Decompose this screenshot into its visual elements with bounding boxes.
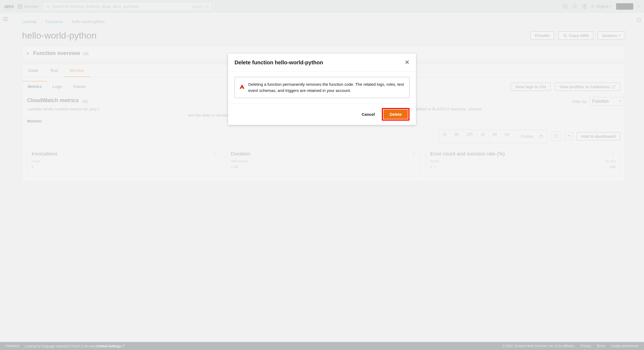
modal-footer: Cancel Delete (228, 104, 416, 125)
modal-backdrop: Delete function hello-world-python ✕ Del… (0, 0, 644, 350)
delete-button[interactable]: Delete (383, 110, 408, 119)
warning-alert: Deleting a function permanently removes … (235, 77, 409, 98)
delete-modal: Delete function hello-world-python ✕ Del… (228, 54, 416, 125)
warning-text: Deleting a function permanently removes … (248, 81, 404, 94)
modal-header: Delete function hello-world-python ✕ (228, 54, 416, 72)
modal-title: Delete function hello-world-python (235, 59, 323, 66)
delete-highlight: Delete (382, 108, 409, 121)
close-icon[interactable]: ✕ (405, 59, 409, 66)
warning-icon (240, 82, 244, 89)
cancel-button[interactable]: Cancel (358, 110, 378, 119)
modal-body: Deleting a function permanently removes … (228, 72, 416, 104)
